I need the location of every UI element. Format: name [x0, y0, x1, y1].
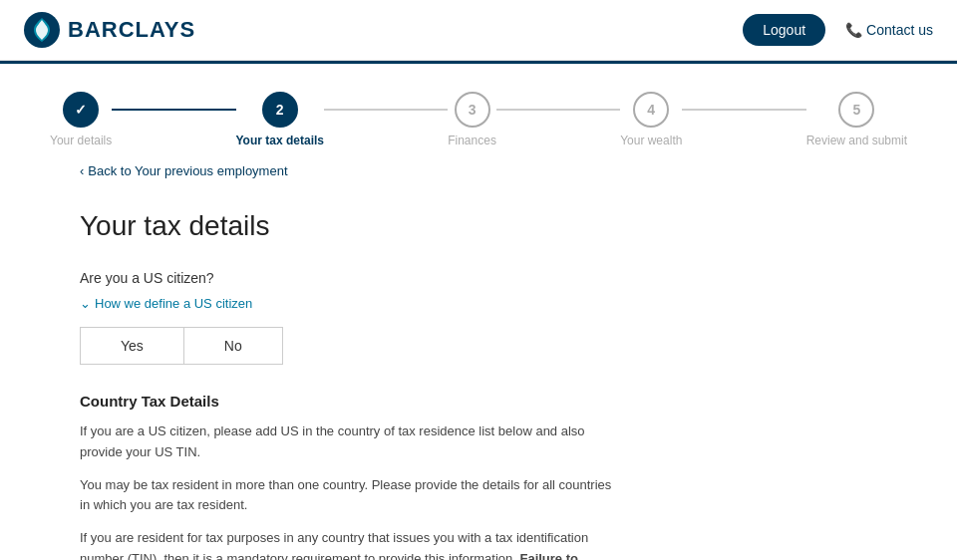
main-content: Your tax details Are you a US citizen? ⌄… [0, 194, 698, 560]
step-2-circle: 2 [262, 92, 298, 128]
step-5-label: Review and submit [806, 134, 907, 147]
step-4-label: Your wealth [620, 134, 682, 147]
yes-button[interactable]: Yes [80, 327, 183, 365]
contact-link[interactable]: 📞 Contact us [845, 22, 933, 38]
connector-1 [112, 109, 235, 111]
back-chevron-icon: ‹ [80, 163, 84, 178]
tooltip-link-label: How we define a US citizen [95, 296, 252, 311]
progress-bar: ✓ Your details 2 Your tax details 3 Fina… [0, 64, 957, 163]
back-link[interactable]: ‹ Back to Your previous employment [80, 163, 877, 178]
chevron-down-icon: ⌄ [80, 296, 91, 311]
info-para-2: You may be tax resident in more than one… [80, 475, 618, 517]
step-3-label: Finances [448, 134, 496, 147]
info-para-3-text: If you are resident for tax purposes in … [80, 530, 588, 560]
step-3-circle: 3 [455, 92, 490, 128]
step-1: ✓ Your details [50, 92, 112, 147]
step-2: 2 Your tax details [236, 92, 324, 147]
info-para-3: If you are resident for tax purposes in … [80, 528, 618, 560]
logo: BARCLAYS [24, 12, 195, 48]
us-citizen-question: Are you a US citizen? [80, 270, 618, 286]
section-title: Country Tax Details [80, 393, 618, 410]
step-5-circle: 5 [838, 92, 874, 128]
step-2-label: Your tax details [236, 134, 324, 147]
connector-3 [496, 109, 620, 111]
header-actions: Logout 📞 Contact us [743, 14, 933, 46]
connector-4 [682, 109, 805, 111]
step-5: 5 Review and submit [806, 92, 907, 147]
back-link-wrapper: ‹ Back to Your previous employment [0, 163, 957, 194]
step-3: 3 Finances [448, 92, 496, 147]
progress-steps: ✓ Your details 2 Your tax details 3 Fina… [50, 92, 907, 147]
step-4: 4 Your wealth [620, 92, 682, 147]
step-4-circle: 4 [633, 92, 669, 128]
info-para-1: If you are a US citizen, please add US i… [80, 421, 618, 463]
yes-no-group: Yes No [80, 327, 618, 365]
step-1-circle: ✓ [63, 92, 99, 128]
logo-text: BARCLAYS [68, 17, 195, 43]
barclays-logo-icon [24, 12, 60, 48]
header: BARCLAYS Logout 📞 Contact us [0, 0, 957, 61]
no-button[interactable]: No [183, 327, 283, 365]
phone-icon: 📞 [845, 22, 862, 38]
contact-label: Contact us [866, 22, 933, 38]
tooltip-link[interactable]: ⌄ How we define a US citizen [80, 296, 618, 311]
logout-button[interactable]: Logout [743, 14, 825, 46]
step-1-label: Your details [50, 134, 112, 147]
page-title: Your tax details [80, 210, 618, 242]
back-link-label: Back to Your previous employment [88, 163, 287, 178]
connector-2 [324, 109, 448, 111]
